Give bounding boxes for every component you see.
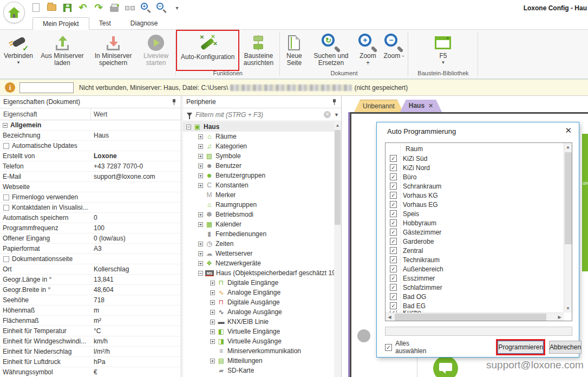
room-checkbox[interactable]: ✓ (390, 173, 397, 180)
expand-icon[interactable]: + (198, 164, 203, 168)
tree-item-miniserver-doc[interactable]: −▣Haus (183, 122, 334, 132)
property-value[interactable]: Haus (91, 132, 181, 139)
tree-item-remote[interactable]: ▮Fernbedienungen (183, 229, 334, 239)
doc-tab-unbenannt[interactable]: Unbenannt (354, 100, 403, 112)
expand-icon[interactable]: + (210, 320, 215, 324)
scrollbar-thumb[interactable] (335, 130, 341, 225)
collapse-icon[interactable]: − (186, 125, 191, 129)
zoom-plus-button[interactable]: + Zoom + (355, 31, 381, 70)
tree-scrollbar[interactable]: ▲ (334, 122, 341, 377)
tree-item-weather[interactable]: +☁Wetterserver (183, 249, 334, 258)
room-row[interactable]: ✓Gästezimmer (386, 227, 572, 237)
property-row[interactable]: Währungssymbol€ (0, 367, 181, 377)
chat-support-icon[interactable] (433, 356, 458, 377)
tree-item-miniserver[interactable]: −MSHaus (Objektspeicherbedarf geschätzt … (183, 268, 334, 278)
room-checkbox[interactable]: ✓ (390, 210, 397, 217)
expand-icon[interactable]: + (198, 154, 203, 159)
property-row[interactable]: Einheit für LuftdruckhPa (0, 357, 181, 367)
room-checkbox[interactable]: ✓ (390, 284, 397, 291)
scroll-up-icon[interactable]: ▲ (334, 122, 341, 129)
property-row[interactable]: −Allgemein (0, 120, 181, 131)
property-row[interactable]: Dokumentationsseite (0, 254, 181, 264)
property-value[interactable]: °C (91, 327, 181, 335)
undo-button[interactable]: ↶ (77, 2, 88, 13)
collapse-icon[interactable]: − (198, 271, 203, 276)
property-value[interactable]: € (91, 368, 181, 376)
room-checkbox[interactable]: ✓ (390, 164, 397, 171)
programmieren-button[interactable]: Programmieren (498, 341, 544, 354)
property-value[interactable]: 13,841 (91, 276, 181, 283)
room-checkbox[interactable]: ✓ (390, 247, 397, 254)
filter-dropdown-icon[interactable]: ▼ (334, 112, 339, 118)
property-value[interactable]: A3 (91, 245, 181, 252)
zoom-in-quick-button[interactable]: + (140, 2, 151, 13)
property-value[interactable]: 100 (91, 224, 181, 232)
expand-icon[interactable]: + (210, 310, 215, 315)
tree-item-user-group[interactable]: +☻Benutzergruppen (183, 171, 334, 180)
tree-item-messages[interactable]: +▤Mitteilungen (183, 356, 334, 366)
tree-item-virtual-outputs[interactable]: +◨Virtuelle Ausgänge (183, 336, 334, 346)
suchen-und-ersetzen-button[interactable]: ↻ Suchen und Ersetzen (307, 31, 355, 70)
room-row[interactable]: ✓Außenbereich (386, 264, 572, 274)
property-value[interactable]: m (91, 307, 181, 314)
room-row[interactable]: ✓KiZi Nord (386, 163, 572, 172)
property-value[interactable]: 0 (91, 214, 181, 222)
room-row[interactable]: ✓Schlafzimmer (386, 283, 572, 292)
tree-item-categories[interactable]: +♫Kategorien (183, 141, 334, 151)
room-checkbox[interactable]: ✓ (390, 238, 397, 245)
tree-item-symbols[interactable]: +▨Symbole (183, 151, 334, 161)
property-row[interactable]: Einheit für Temperatur°C (0, 326, 181, 336)
scroll-down-icon[interactable]: ▼ (564, 304, 572, 313)
property-value[interactable]: Kollerschlag (91, 265, 181, 273)
room-row[interactable]: ✓Bad EG (386, 301, 572, 310)
toolbar-overflow-button[interactable]: ▾ (172, 2, 182, 13)
tree-item-network[interactable]: +❖Netzwerkgeräte (183, 258, 334, 268)
scrollbar-thumb[interactable] (395, 314, 546, 321)
room-row[interactable]: ✓Garderobe (386, 237, 572, 246)
property-value[interactable]: 0 (low/aus) (91, 235, 181, 242)
room-checkbox[interactable]: ✓ (390, 293, 397, 300)
room-row[interactable]: ✓KiZi Süd (386, 154, 572, 163)
expand-icon[interactable]: + (198, 144, 203, 149)
property-value[interactable]: l/m²/h (91, 348, 181, 355)
room-row[interactable]: ✓Esszimmer (386, 274, 572, 283)
property-value[interactable]: m² (91, 317, 181, 324)
scroll-left-icon[interactable]: ◀ (386, 313, 394, 321)
property-value[interactable]: support@loxone.com (91, 173, 181, 180)
room-row[interactable]: ✓Vorhaus KG (386, 191, 572, 200)
expand-icon[interactable]: + (198, 212, 203, 217)
scrollbar-thumb[interactable] (565, 152, 572, 244)
pin-icon[interactable] (332, 99, 337, 106)
dialog-close-icon[interactable]: ✕ (565, 126, 572, 135)
scroll-up-icon[interactable]: ▲ (564, 143, 572, 151)
property-row[interactable]: Automatisch speichern0 (0, 213, 181, 223)
column-eigenschaft[interactable]: Eigenschaft (0, 108, 91, 120)
doc-tab-haus[interactable]: Haus✕ (400, 100, 442, 112)
tree-item-knx-line[interactable]: +▬KNX/EIB Linie (183, 317, 334, 327)
property-checkbox[interactable] (3, 256, 9, 262)
property-row[interactable]: Erstellt vonLoxone (0, 151, 181, 161)
room-row[interactable]: ✓Zentral (386, 246, 572, 255)
home-button[interactable] (3, 2, 25, 23)
property-checkbox[interactable] (3, 143, 9, 149)
tree-item-rooms[interactable]: +⌂Räume (183, 132, 334, 141)
tree-item-operating-modes[interactable]: +☸Betriebsmodi (183, 210, 334, 219)
expand-icon[interactable]: + (198, 183, 203, 188)
tree-item-virtual-inputs[interactable]: +◧Virtuelle Eingänge (183, 327, 334, 336)
tree-item-miniserver-comm[interactable]: ≡Miniserverkommunikation (183, 346, 334, 356)
room-checkbox[interactable]: ✓ (390, 229, 397, 236)
close-tab-icon[interactable]: ✕ (428, 102, 433, 109)
property-row[interactable]: Kontaktdaten in Visualisi... (0, 203, 181, 213)
tree-item-analog-outputs[interactable]: +∿Analoge Ausgänge (183, 307, 334, 317)
expand-icon[interactable]: + (198, 251, 203, 256)
room-checkbox[interactable]: ✓ (390, 183, 397, 190)
expand-icon[interactable]: + (210, 281, 215, 285)
room-checkbox[interactable]: ✓ (390, 275, 397, 282)
property-row[interactable]: Programmfrequenz100 (0, 223, 181, 233)
select-all-checkbox[interactable]: ✓ (385, 344, 392, 351)
property-row[interactable]: Einheit für Niederschlagl/m²/h (0, 347, 181, 357)
filter-clear-icon[interactable]: ✕ (324, 111, 331, 118)
property-value[interactable]: Loxone (91, 152, 181, 160)
property-value[interactable]: hPa (91, 358, 181, 366)
expand-icon[interactable]: + (198, 173, 203, 178)
